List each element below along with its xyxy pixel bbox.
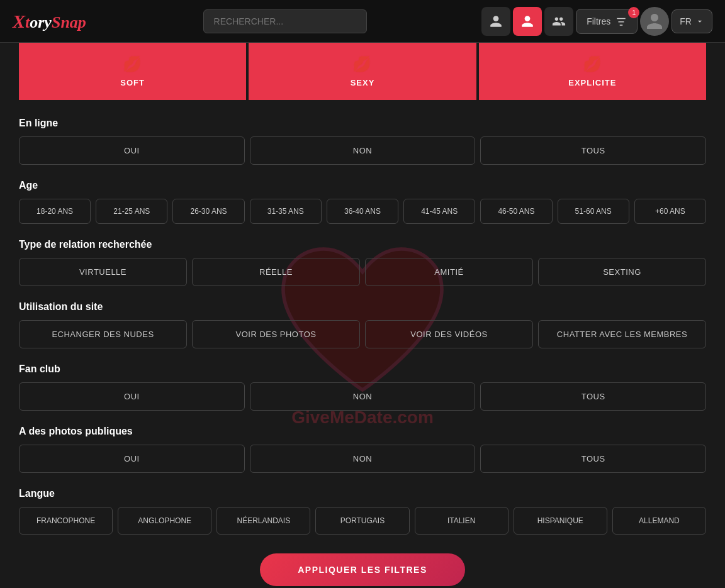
content-sexy-button[interactable]: 💋 SEXY — [249, 43, 476, 100]
age-51-60[interactable]: 51-60 ANS — [558, 199, 629, 224]
lang-neerlandais[interactable]: NÉERLANDAIS — [216, 507, 310, 535]
langue-options: FRANCOPHONE ANGLOPHONE NÉERLANDAIS PORTU… — [19, 507, 706, 535]
relation-virtuelle[interactable]: VIRTUELLE — [19, 258, 187, 286]
sections-container: En ligne OUI NON TOUS Age 18-20 ANS 21-2… — [19, 118, 706, 586]
header: XtorySnap Filtres 1 FR — [0, 0, 725, 43]
lang-anglophone[interactable]: ANGLOPHONE — [118, 507, 211, 535]
filters-badge: 1 — [628, 7, 639, 18]
utilisation-label: Utilisation du site — [19, 301, 706, 313]
filters-button[interactable]: Filtres 1 — [576, 9, 638, 34]
photos-tous[interactable]: TOUS — [480, 445, 706, 473]
profile-icon-button[interactable] — [481, 7, 510, 36]
relation-sexting[interactable]: SEXTING — [538, 258, 706, 286]
content-soft-button[interactable]: 💋 SOFT — [19, 43, 246, 100]
content-sexy-label: SEXY — [351, 78, 375, 87]
fan-club-label: Fan club — [19, 363, 706, 375]
logo: XtorySnap — [13, 6, 101, 37]
age-46-50[interactable]: 46-50 ANS — [480, 199, 552, 224]
lang-label: FR — [680, 16, 692, 26]
en-ligne-oui[interactable]: OUI — [19, 136, 245, 165]
age-section: Age 18-20 ANS 21-25 ANS 26-30 ANS 31-35 … — [19, 180, 706, 224]
apply-filters-button[interactable]: APPLIQUER LES FILTRES — [260, 553, 464, 586]
utilisation-section: Utilisation du site ECHANGER DES NUDES V… — [19, 301, 706, 348]
fan-club-tous[interactable]: TOUS — [480, 382, 706, 411]
apply-section: APPLIQUER LES FILTRES — [19, 553, 706, 586]
lang-francophone[interactable]: FRANCOPHONE — [19, 507, 113, 535]
age-21-25[interactable]: 21-25 ANS — [96, 199, 167, 224]
main-content: GiveMeDate.com 💋 SOFT 💋 SEXY 💋 EXPLICITE… — [0, 43, 725, 588]
relation-reelle[interactable]: RÉELLE — [192, 258, 360, 286]
search-input[interactable] — [214, 16, 356, 26]
langue-section: Langue FRANCOPHONE ANGLOPHONE NÉERLANDAI… — [19, 488, 706, 535]
group-icon-button[interactable] — [544, 7, 573, 36]
language-selector[interactable]: FR — [672, 9, 712, 33]
utilisation-nudes[interactable]: ECHANGER DES NUDES — [19, 320, 187, 348]
relation-label: Type de relation recherchée — [19, 239, 706, 250]
utilisation-photos[interactable]: VOIR DES PHOTOS — [192, 320, 360, 348]
profile-active-icon-button[interactable] — [513, 7, 542, 36]
age-26-30[interactable]: 26-30 ANS — [172, 199, 244, 224]
lang-hispanique[interactable]: HISPANIQUE — [514, 507, 607, 535]
photos-non[interactable]: NON — [250, 445, 476, 473]
photos-publiques-options: OUI NON TOUS — [19, 445, 706, 473]
age-18-20[interactable]: 18-20 ANS — [19, 199, 91, 224]
age-41-45[interactable]: 41-45 ANS — [403, 199, 475, 224]
filters-label: Filtres — [587, 16, 610, 26]
fan-club-oui[interactable]: OUI — [19, 382, 245, 411]
en-ligne-options: OUI NON TOUS — [19, 136, 706, 165]
langue-label: Langue — [19, 488, 706, 499]
age-36-40[interactable]: 36-40 ANS — [327, 199, 398, 224]
fan-club-options: OUI NON TOUS — [19, 382, 706, 411]
photos-publiques-section: A des photos publiques OUI NON TOUS — [19, 426, 706, 473]
age-options: 18-20 ANS 21-25 ANS 26-30 ANS 31-35 ANS … — [19, 199, 706, 224]
photos-publiques-label: A des photos publiques — [19, 426, 706, 437]
fan-club-section: Fan club OUI NON TOUS — [19, 363, 706, 411]
lang-portugais[interactable]: PORTUGAIS — [315, 507, 409, 535]
age-31-35[interactable]: 31-35 ANS — [250, 199, 322, 224]
content-soft-label: SOFT — [120, 78, 145, 87]
relation-amitie[interactable]: AMITIÉ — [365, 258, 533, 286]
en-ligne-tous[interactable]: TOUS — [480, 136, 706, 165]
lips-icon-soft: 💋 — [123, 55, 142, 73]
utilisation-videos[interactable]: VOIR DES VIDÉOS — [365, 320, 533, 348]
content-explicite-label: EXPLICITE — [568, 78, 616, 87]
en-ligne-non[interactable]: NON — [250, 136, 476, 165]
relation-options: VIRTUELLE RÉELLE AMITIÉ SEXTING — [19, 258, 706, 286]
content-explicite-button[interactable]: 💋 EXPLICITE — [479, 43, 706, 100]
avatar — [640, 7, 669, 36]
content-type-row: 💋 SOFT 💋 SEXY 💋 EXPLICITE — [19, 43, 706, 100]
relation-section: Type de relation recherchée VIRTUELLE RÉ… — [19, 239, 706, 286]
en-ligne-section: En ligne OUI NON TOUS — [19, 118, 706, 165]
lang-italien[interactable]: ITALIEN — [415, 507, 509, 535]
lips-icon-sexy: 💋 — [352, 55, 372, 73]
lang-allemand[interactable]: ALLEMAND — [612, 507, 706, 535]
age-label: Age — [19, 180, 706, 191]
photos-oui[interactable]: OUI — [19, 445, 245, 473]
utilisation-chat[interactable]: CHATTER AVEC LES MEMBRES — [538, 320, 706, 348]
en-ligne-label: En ligne — [19, 118, 706, 129]
logo-text: XtorySnap — [13, 11, 86, 32]
fan-club-non[interactable]: NON — [250, 382, 476, 411]
header-icons: Filtres 1 FR — [481, 7, 712, 36]
search-bar[interactable] — [203, 9, 367, 33]
utilisation-options: ECHANGER DES NUDES VOIR DES PHOTOS VOIR … — [19, 320, 706, 348]
lips-icon-explicite: 💋 — [583, 55, 602, 73]
age-60plus[interactable]: +60 ANS — [634, 199, 706, 224]
